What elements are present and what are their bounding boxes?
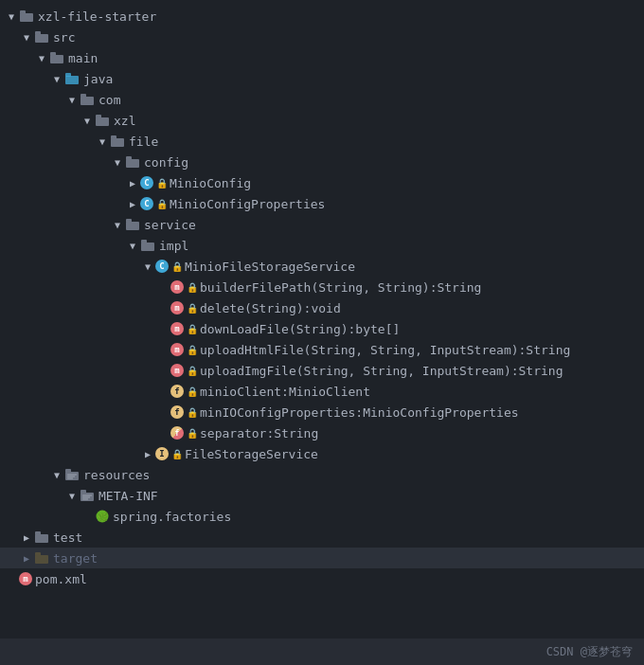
arrow-impl[interactable] (125, 238, 140, 253)
tree-item-target[interactable]: target (0, 548, 644, 568)
svg-rect-3 (35, 31, 41, 35)
folder-icon-resources (64, 467, 80, 482)
label-resources: resources (83, 468, 150, 482)
lock-icon-minioconfigprops: 🔒 (156, 199, 168, 209)
svg-rect-7 (65, 73, 71, 77)
label-xzl: xzl (114, 114, 135, 128)
arrow-java[interactable] (49, 71, 64, 86)
label-delete: delete(String):void (200, 301, 341, 315)
label-pomxml: pom.xml (35, 572, 87, 586)
badge-pom: m (19, 572, 32, 585)
tree-item-pomxml[interactable]: m pom.xml (0, 568, 644, 589)
tree-item-miniofs[interactable]: C 🔒 MinioFileStorageService (0, 256, 644, 277)
arrow-xzl[interactable] (80, 113, 95, 128)
lock-icon-uploadimgfile: 🔒 (187, 366, 198, 376)
tree-item-separator[interactable]: f 🔒 separator:String (0, 422, 644, 443)
arrow-test[interactable] (19, 530, 34, 545)
tree-item-java[interactable]: java (0, 68, 644, 89)
badge-m-delete: m (170, 301, 184, 315)
svg-rect-16 (126, 222, 139, 230)
label-test: test (53, 530, 82, 545)
svg-rect-10 (96, 117, 109, 126)
label-minioconfigprops: MinioConfigProperties (170, 197, 325, 211)
folder-icon-service (125, 217, 140, 232)
folder-icon-target (34, 550, 49, 566)
arrow-src[interactable] (19, 29, 34, 45)
tree-item-xzl[interactable]: xzl (0, 110, 644, 131)
svg-rect-15 (126, 156, 132, 160)
tree-item-root[interactable]: xzl-file-starter (0, 6, 644, 27)
arrow-minioconfig[interactable] (125, 175, 140, 190)
tree-item-downloadfile[interactable]: m 🔒 downLoadFile(String):byte[] (0, 318, 644, 339)
svg-rect-18 (141, 243, 154, 251)
label-downloadfile: downLoadFile(String):byte[] (200, 322, 400, 336)
folder-icon-main (49, 50, 64, 65)
tree-item-delete[interactable]: m 🔒 delete(String):void (0, 297, 644, 318)
svg-rect-11 (96, 115, 101, 118)
arrow-service[interactable] (110, 217, 125, 232)
tree-item-springfactories[interactable]: 🌿 spring.factories (0, 506, 644, 527)
label-separator: separator:String (200, 426, 318, 440)
arrow-com[interactable] (64, 92, 80, 107)
svg-rect-35 (35, 552, 41, 556)
tree-item-impl[interactable]: impl (0, 235, 644, 256)
arrow-miniofs[interactable] (140, 259, 155, 274)
folder-icon-xzl (95, 113, 110, 128)
arrow-target[interactable] (19, 550, 34, 566)
label-com: com (98, 93, 120, 107)
arrow-config[interactable] (110, 154, 125, 170)
lock-icon-minioconfigprops-field: 🔒 (187, 407, 198, 418)
badge-m-uploadhtmlfile: m (170, 343, 184, 356)
lock-icon-builderfilepath: 🔒 (187, 282, 198, 293)
lock-icon-minioclient: 🔒 (187, 386, 198, 397)
tree-item-uploadhtmlfile[interactable]: m 🔒 uploadHtmlFile(String, String, Input… (0, 339, 644, 360)
label-service: service (144, 218, 196, 232)
svg-text:🌿: 🌿 (98, 512, 109, 523)
bottom-label: CSDN @逐梦苍穹 (546, 644, 633, 660)
arrow-filestorageservice[interactable] (140, 446, 155, 461)
folder-icon-impl (140, 238, 155, 253)
lock-icon-filestorageservice: 🔒 (171, 449, 183, 459)
tree-item-service[interactable]: service (0, 214, 644, 235)
arrow-main[interactable] (34, 50, 49, 65)
arrow-file[interactable] (95, 134, 110, 149)
tree-item-src[interactable]: src (0, 27, 644, 47)
tree-item-minioconfigprops-field[interactable]: f 🔒 minIOConfigProperties:MinioConfigPro… (0, 402, 644, 422)
tree-item-test[interactable]: test (0, 527, 644, 548)
label-java: java (83, 72, 113, 86)
tree-item-builderfilepath[interactable]: m 🔒 builderFilePath(String, String):Stri… (0, 277, 644, 297)
tree-item-minioclient[interactable]: f 🔒 minioClient:MinioClient (0, 381, 644, 402)
tree-item-com[interactable]: com (0, 89, 644, 110)
svg-rect-13 (111, 135, 116, 139)
badge-c-minioconfig: C (140, 176, 153, 189)
lock-icon-downloadfile: 🔒 (187, 324, 198, 334)
label-springfactories: spring.factories (113, 510, 231, 524)
tree-item-config[interactable]: config (0, 152, 644, 172)
tree-item-minioconfigprops[interactable]: C 🔒 MinioConfigProperties (0, 193, 644, 214)
badge-m-uploadimgfile: m (170, 364, 184, 377)
arrow-metainf[interactable] (64, 488, 80, 503)
lock-icon-delete: 🔒 (187, 303, 198, 314)
arrow-minioconfigprops[interactable] (125, 196, 140, 211)
arrow-resources[interactable] (49, 467, 64, 482)
tree-item-minioconfig[interactable]: C 🔒 MinioConfig (0, 172, 644, 193)
badge-c-miniofs: C (155, 260, 169, 273)
svg-rect-26 (80, 490, 86, 494)
label-metainf: META-INF (98, 489, 158, 503)
svg-rect-17 (126, 219, 132, 223)
tree-item-file[interactable]: file (0, 131, 644, 152)
tree-item-metainf[interactable]: META-INF (0, 485, 644, 506)
tree-item-resources[interactable]: resources (0, 464, 644, 485)
arrow-root[interactable] (4, 9, 19, 24)
label-miniofs: MinioFileStorageService (185, 260, 355, 274)
tree-item-uploadimgfile[interactable]: m 🔒 uploadImgFile(String, String, InputS… (0, 360, 644, 381)
badge-m-downloadfile: m (170, 322, 184, 335)
svg-rect-32 (35, 534, 48, 543)
label-minioconfigprops-field: minIOConfigProperties:MinioConfigPropert… (200, 405, 519, 420)
folder-icon-metainf (80, 488, 95, 503)
tree-item-main[interactable]: main (0, 47, 644, 68)
svg-rect-21 (65, 469, 71, 473)
folder-icon-java (64, 71, 80, 86)
tree-item-filestorageservice[interactable]: I 🔒 FileStorageService (0, 443, 644, 464)
folder-icon-com (80, 92, 95, 107)
